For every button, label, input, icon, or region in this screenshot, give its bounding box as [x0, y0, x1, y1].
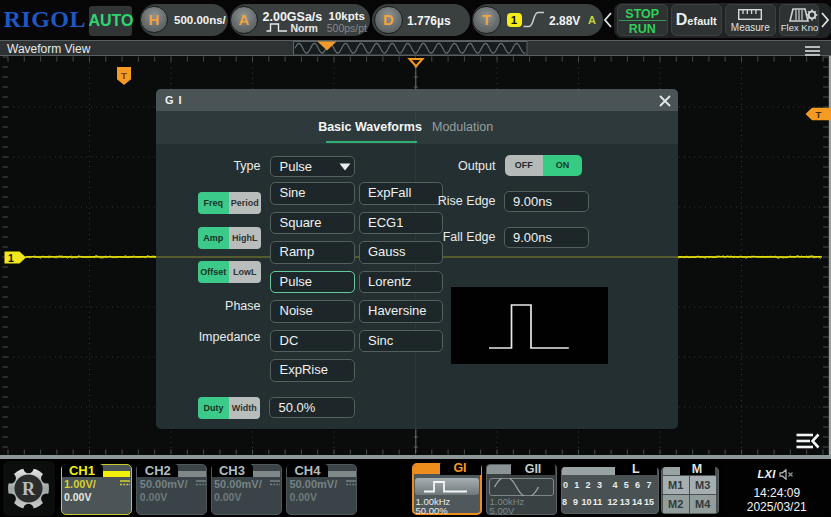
svg-text:1: 1	[8, 252, 14, 264]
svg-text:T: T	[121, 70, 127, 81]
svg-text:R: R	[22, 479, 36, 499]
svg-text:T: T	[816, 109, 822, 120]
